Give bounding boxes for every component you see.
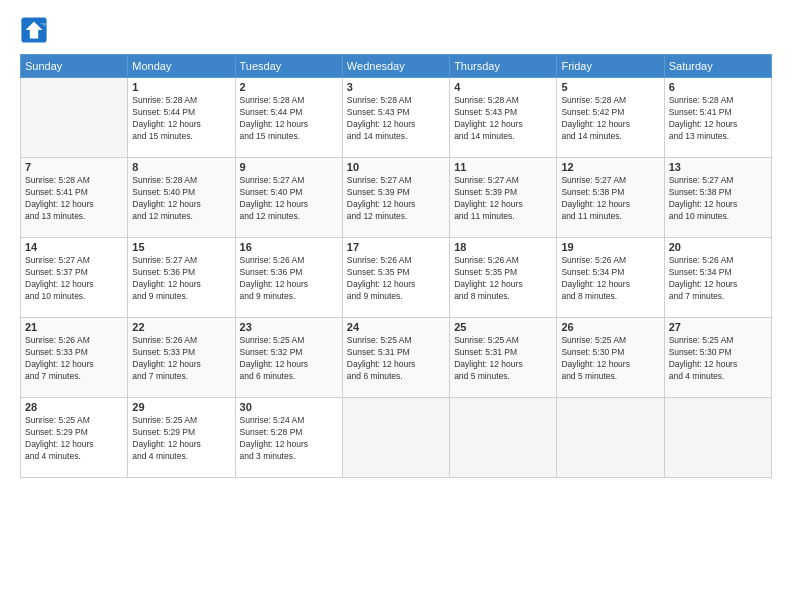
header [20, 16, 772, 44]
logo [20, 16, 52, 44]
day-number: 26 [561, 321, 659, 333]
week-row-1: 1Sunrise: 5:28 AM Sunset: 5:44 PM Daylig… [21, 78, 772, 158]
day-info: Sunrise: 5:28 AM Sunset: 5:43 PM Dayligh… [454, 95, 552, 143]
day-number: 23 [240, 321, 338, 333]
day-number: 11 [454, 161, 552, 173]
header-wednesday: Wednesday [342, 55, 449, 78]
day-cell: 9Sunrise: 5:27 AM Sunset: 5:40 PM Daylig… [235, 158, 342, 238]
day-info: Sunrise: 5:28 AM Sunset: 5:42 PM Dayligh… [561, 95, 659, 143]
day-info: Sunrise: 5:26 AM Sunset: 5:35 PM Dayligh… [347, 255, 445, 303]
day-cell: 18Sunrise: 5:26 AM Sunset: 5:35 PM Dayli… [450, 238, 557, 318]
day-number: 5 [561, 81, 659, 93]
day-cell: 5Sunrise: 5:28 AM Sunset: 5:42 PM Daylig… [557, 78, 664, 158]
day-cell: 29Sunrise: 5:25 AM Sunset: 5:29 PM Dayli… [128, 398, 235, 478]
day-info: Sunrise: 5:28 AM Sunset: 5:41 PM Dayligh… [25, 175, 123, 223]
day-info: Sunrise: 5:27 AM Sunset: 5:39 PM Dayligh… [454, 175, 552, 223]
day-cell [557, 398, 664, 478]
day-cell: 25Sunrise: 5:25 AM Sunset: 5:31 PM Dayli… [450, 318, 557, 398]
logo-icon [20, 16, 48, 44]
day-info: Sunrise: 5:25 AM Sunset: 5:30 PM Dayligh… [561, 335, 659, 383]
day-info: Sunrise: 5:27 AM Sunset: 5:36 PM Dayligh… [132, 255, 230, 303]
day-cell: 23Sunrise: 5:25 AM Sunset: 5:32 PM Dayli… [235, 318, 342, 398]
day-number: 24 [347, 321, 445, 333]
day-number: 29 [132, 401, 230, 413]
day-number: 12 [561, 161, 659, 173]
day-number: 15 [132, 241, 230, 253]
day-cell: 24Sunrise: 5:25 AM Sunset: 5:31 PM Dayli… [342, 318, 449, 398]
day-number: 16 [240, 241, 338, 253]
day-cell: 8Sunrise: 5:28 AM Sunset: 5:40 PM Daylig… [128, 158, 235, 238]
day-info: Sunrise: 5:26 AM Sunset: 5:33 PM Dayligh… [132, 335, 230, 383]
day-info: Sunrise: 5:25 AM Sunset: 5:29 PM Dayligh… [132, 415, 230, 463]
calendar-table: SundayMondayTuesdayWednesdayThursdayFrid… [20, 54, 772, 478]
day-number: 8 [132, 161, 230, 173]
day-cell: 28Sunrise: 5:25 AM Sunset: 5:29 PM Dayli… [21, 398, 128, 478]
calendar-header-row: SundayMondayTuesdayWednesdayThursdayFrid… [21, 55, 772, 78]
day-info: Sunrise: 5:27 AM Sunset: 5:37 PM Dayligh… [25, 255, 123, 303]
day-number: 7 [25, 161, 123, 173]
header-saturday: Saturday [664, 55, 771, 78]
day-info: Sunrise: 5:26 AM Sunset: 5:33 PM Dayligh… [25, 335, 123, 383]
day-number: 22 [132, 321, 230, 333]
day-cell: 10Sunrise: 5:27 AM Sunset: 5:39 PM Dayli… [342, 158, 449, 238]
day-number: 30 [240, 401, 338, 413]
day-info: Sunrise: 5:26 AM Sunset: 5:34 PM Dayligh… [669, 255, 767, 303]
day-number: 27 [669, 321, 767, 333]
day-info: Sunrise: 5:27 AM Sunset: 5:40 PM Dayligh… [240, 175, 338, 223]
week-row-2: 7Sunrise: 5:28 AM Sunset: 5:41 PM Daylig… [21, 158, 772, 238]
day-cell: 6Sunrise: 5:28 AM Sunset: 5:41 PM Daylig… [664, 78, 771, 158]
day-info: Sunrise: 5:25 AM Sunset: 5:31 PM Dayligh… [347, 335, 445, 383]
day-cell: 3Sunrise: 5:28 AM Sunset: 5:43 PM Daylig… [342, 78, 449, 158]
day-cell: 21Sunrise: 5:26 AM Sunset: 5:33 PM Dayli… [21, 318, 128, 398]
day-number: 6 [669, 81, 767, 93]
day-cell: 4Sunrise: 5:28 AM Sunset: 5:43 PM Daylig… [450, 78, 557, 158]
day-info: Sunrise: 5:28 AM Sunset: 5:43 PM Dayligh… [347, 95, 445, 143]
day-info: Sunrise: 5:27 AM Sunset: 5:38 PM Dayligh… [669, 175, 767, 223]
day-number: 9 [240, 161, 338, 173]
header-friday: Friday [557, 55, 664, 78]
day-number: 21 [25, 321, 123, 333]
day-info: Sunrise: 5:28 AM Sunset: 5:44 PM Dayligh… [132, 95, 230, 143]
week-row-3: 14Sunrise: 5:27 AM Sunset: 5:37 PM Dayli… [21, 238, 772, 318]
day-cell: 17Sunrise: 5:26 AM Sunset: 5:35 PM Dayli… [342, 238, 449, 318]
day-number: 25 [454, 321, 552, 333]
day-info: Sunrise: 5:27 AM Sunset: 5:39 PM Dayligh… [347, 175, 445, 223]
day-info: Sunrise: 5:27 AM Sunset: 5:38 PM Dayligh… [561, 175, 659, 223]
day-cell [21, 78, 128, 158]
day-number: 13 [669, 161, 767, 173]
header-sunday: Sunday [21, 55, 128, 78]
day-cell: 12Sunrise: 5:27 AM Sunset: 5:38 PM Dayli… [557, 158, 664, 238]
day-info: Sunrise: 5:26 AM Sunset: 5:36 PM Dayligh… [240, 255, 338, 303]
day-cell: 27Sunrise: 5:25 AM Sunset: 5:30 PM Dayli… [664, 318, 771, 398]
day-cell: 7Sunrise: 5:28 AM Sunset: 5:41 PM Daylig… [21, 158, 128, 238]
day-info: Sunrise: 5:26 AM Sunset: 5:35 PM Dayligh… [454, 255, 552, 303]
page: SundayMondayTuesdayWednesdayThursdayFrid… [0, 0, 792, 612]
day-cell: 13Sunrise: 5:27 AM Sunset: 5:38 PM Dayli… [664, 158, 771, 238]
week-row-4: 21Sunrise: 5:26 AM Sunset: 5:33 PM Dayli… [21, 318, 772, 398]
day-cell: 22Sunrise: 5:26 AM Sunset: 5:33 PM Dayli… [128, 318, 235, 398]
day-cell [342, 398, 449, 478]
day-cell: 20Sunrise: 5:26 AM Sunset: 5:34 PM Dayli… [664, 238, 771, 318]
day-info: Sunrise: 5:24 AM Sunset: 5:28 PM Dayligh… [240, 415, 338, 463]
day-cell [450, 398, 557, 478]
day-cell: 14Sunrise: 5:27 AM Sunset: 5:37 PM Dayli… [21, 238, 128, 318]
day-info: Sunrise: 5:25 AM Sunset: 5:29 PM Dayligh… [25, 415, 123, 463]
day-cell: 30Sunrise: 5:24 AM Sunset: 5:28 PM Dayli… [235, 398, 342, 478]
day-cell: 26Sunrise: 5:25 AM Sunset: 5:30 PM Dayli… [557, 318, 664, 398]
day-info: Sunrise: 5:25 AM Sunset: 5:32 PM Dayligh… [240, 335, 338, 383]
day-info: Sunrise: 5:28 AM Sunset: 5:40 PM Dayligh… [132, 175, 230, 223]
day-info: Sunrise: 5:26 AM Sunset: 5:34 PM Dayligh… [561, 255, 659, 303]
day-cell: 1Sunrise: 5:28 AM Sunset: 5:44 PM Daylig… [128, 78, 235, 158]
day-number: 3 [347, 81, 445, 93]
day-cell: 2Sunrise: 5:28 AM Sunset: 5:44 PM Daylig… [235, 78, 342, 158]
day-info: Sunrise: 5:25 AM Sunset: 5:30 PM Dayligh… [669, 335, 767, 383]
day-info: Sunrise: 5:28 AM Sunset: 5:41 PM Dayligh… [669, 95, 767, 143]
day-number: 4 [454, 81, 552, 93]
day-number: 19 [561, 241, 659, 253]
day-number: 17 [347, 241, 445, 253]
week-row-5: 28Sunrise: 5:25 AM Sunset: 5:29 PM Dayli… [21, 398, 772, 478]
day-number: 20 [669, 241, 767, 253]
day-cell [664, 398, 771, 478]
header-thursday: Thursday [450, 55, 557, 78]
header-monday: Monday [128, 55, 235, 78]
